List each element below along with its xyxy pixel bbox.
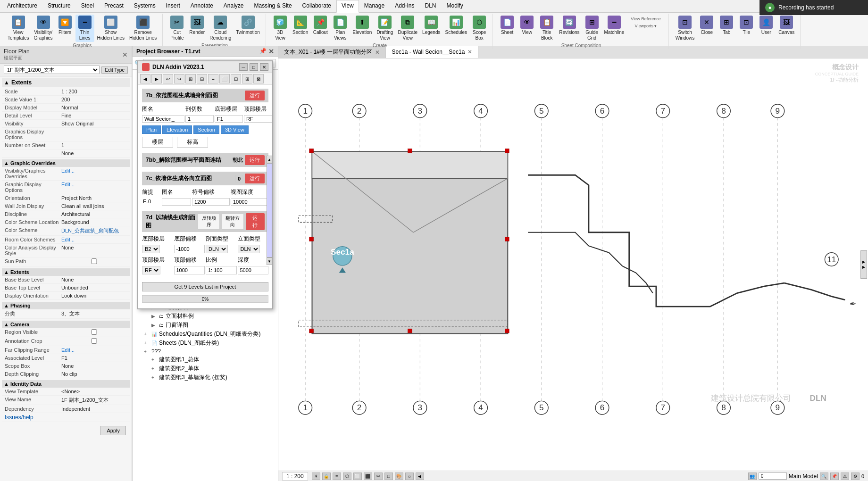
filters-button[interactable]: 🔽 Filters	[56, 15, 75, 36]
legends-button[interactable]: 📖 Legends	[420, 15, 442, 36]
callout-button[interactable]: 📌 Callout	[311, 15, 330, 36]
dln-7d-scale-input[interactable]	[206, 266, 237, 274]
schedules-button[interactable]: 📊 Schedules	[443, 15, 469, 36]
dln-7d-depth-input[interactable]	[238, 266, 269, 274]
canvas-button[interactable]: 🖼 Canvas	[776, 15, 796, 36]
sun-icon[interactable]: ☀	[312, 473, 320, 480]
thin-lines-button[interactable]: ━ ThinLines	[75, 15, 94, 42]
issues-help-link[interactable]: Issues/help	[5, 414, 33, 421]
dln-7d-elevation-type-select[interactable]: DLN	[238, 245, 260, 253]
panel-close-btn[interactable]: ✕	[122, 51, 128, 58]
plan-views-button[interactable]: 📄 PlanViews	[331, 15, 350, 42]
dln-7d-section-type-select[interactable]: DLN	[206, 245, 228, 253]
tab-analyze[interactable]: Analyze	[218, 0, 249, 12]
dln-toolbar-btn-3[interactable]: ↩	[163, 74, 173, 83]
tab-structure[interactable]: Structure	[42, 0, 76, 12]
dln-close-btn[interactable]: ✕	[260, 63, 268, 71]
dln-title-bar[interactable]: DLN Addin V2023.1 ─ □ ✕	[138, 61, 272, 73]
dln-7c-run-btn[interactable]: 运行	[245, 174, 265, 183]
dln-scroll-thumb[interactable]	[267, 163, 272, 257]
tab-insert[interactable]: Insert	[161, 0, 185, 12]
dln-7d-bottom-level-select[interactable]: B2	[142, 245, 160, 253]
sheet-button[interactable]: 📄 Sheet	[498, 15, 517, 36]
dln-toolbar-btn-8[interactable]: ⬜	[219, 74, 230, 83]
tree-item-sheet3[interactable]: + 建筑图纸3_幕墙深化 (摆奖)	[134, 373, 276, 382]
switch-windows-button[interactable]: ⊡ SwitchWindows	[674, 15, 697, 42]
dln-7d-top-level-select[interactable]: RF	[142, 266, 160, 274]
view-templates-button[interactable]: 📋 ViewTemplates	[6, 15, 31, 42]
tab-button[interactable]: ⊞ Tab	[717, 15, 736, 36]
dln-7d-run-btn[interactable]: 运行	[246, 213, 265, 230]
dln-section-btn[interactable]: Section	[193, 125, 219, 134]
tree-item-sheets[interactable]: + 📄 Sheets (DLN_图纸分类)	[134, 339, 276, 348]
dln-toolbar-btn-9[interactable]: ⊡	[231, 74, 241, 83]
scope-box-button[interactable]: ⬡ ScopeBox	[470, 15, 489, 42]
section-button[interactable]: 📐 Section	[291, 15, 310, 36]
revisions-button[interactable]: 🔄 Revisions	[557, 15, 581, 36]
tile-button[interactable]: ⊡ Tile	[737, 15, 756, 36]
tab-manage[interactable]: Manage	[359, 0, 390, 12]
render-mode-icon[interactable]: 🎨	[395, 473, 403, 480]
dln-scroll-up-btn[interactable]: ▲	[267, 156, 272, 163]
hide-lines-icon[interactable]: ⬜	[353, 473, 362, 480]
guide-grid-button[interactable]: ⊞ GuideGrid	[583, 15, 601, 42]
user-button[interactable]: 👤 User	[757, 15, 776, 36]
identity-data-header[interactable]: ▲ Identity Data	[2, 380, 130, 388]
dln-toolbar-btn-1[interactable]: ◀	[140, 74, 150, 83]
detail-level-icon[interactable]: ≡	[333, 473, 341, 480]
dln-toolbar-btn-10[interactable]: ⊞	[242, 74, 252, 83]
view-tab-2-close[interactable]: ✕	[467, 49, 472, 55]
dln-7c-name-input[interactable]	[162, 198, 191, 206]
dln-maximize-btn[interactable]: □	[250, 63, 258, 71]
status-settings-icon[interactable]: ⚙	[851, 473, 860, 480]
region-visible-checkbox[interactable]	[61, 329, 127, 335]
dln-7b-bottom-level-input[interactable]	[215, 115, 243, 123]
tree-item-schedules[interactable]: + 📊 Schedules/Quantities (DLN_明细表分类)	[134, 330, 276, 339]
drafting-view-button[interactable]: 📝 DraftingView	[375, 15, 395, 42]
tab-collaborate[interactable]: Collaborate	[297, 0, 336, 12]
tab-architecture[interactable]: Architecture	[2, 0, 42, 12]
apply-button[interactable]: Apply	[100, 426, 126, 435]
dln-7d-top-offset-input[interactable]	[174, 266, 205, 274]
close-button[interactable]: ✕ Close	[697, 15, 716, 36]
section-box-icon[interactable]: □	[384, 473, 393, 480]
matchline-button[interactable]: ━ Matchline	[602, 15, 626, 36]
elevation-button[interactable]: ⬆ Elevation	[351, 15, 374, 36]
dln-7d-bottom-offset-input[interactable]	[174, 245, 205, 253]
phasing-header[interactable]: ▲ Phasing	[2, 302, 130, 309]
visual-style-icon[interactable]: ⬡	[343, 473, 351, 480]
view-selector-dropdown[interactable]: 1F 副本_1/200_文本	[4, 66, 100, 74]
crop-icon[interactable]: ✂	[374, 473, 383, 480]
tab-steel[interactable]: Steel	[76, 0, 99, 12]
annotation-crop-checkbox[interactable]	[61, 338, 127, 344]
dln-toolbar-btn-11[interactable]: ⊠	[253, 74, 264, 83]
status-warning-icon[interactable]: ⚠	[841, 473, 849, 480]
dln-7d-reverse-btn[interactable]: 反转顺序	[198, 214, 220, 230]
dln-toolbar-btn-4[interactable]: ↪	[174, 74, 184, 83]
show-hidden-lines-button[interactable]: ⬜ ShowHidden Lines	[95, 15, 126, 42]
dln-7c-depth-input[interactable]	[231, 198, 268, 206]
browser-close-btn[interactable]: ✕	[268, 48, 274, 55]
tab-addins[interactable]: Add-Ins	[390, 0, 419, 12]
dln-toolbar-btn-7[interactable]: =	[208, 74, 218, 83]
status-scale[interactable]: 1 : 200	[282, 472, 308, 481]
tree-item-sheet1[interactable]: + 建筑图纸1_总体	[134, 355, 276, 364]
title-block-button[interactable]: 📋 TitleBlock	[537, 15, 556, 42]
shadow-icon[interactable]: ⬛	[364, 473, 372, 480]
visibility-graphics-button[interactable]: 👁 Visibility/Graphics	[32, 15, 55, 42]
cut-profile-button[interactable]: ✂ CutProfile	[167, 15, 186, 42]
twinmotion-button[interactable]: 🔗 Twinmotion	[234, 15, 262, 36]
dln-scroll-down-btn[interactable]: ▼	[267, 257, 272, 265]
view-reference-button[interactable]: View Reference	[629, 16, 662, 22]
duplicate-view-button[interactable]: ⧉ DuplicateView	[396, 15, 419, 42]
tab-dln[interactable]: DLN	[420, 0, 442, 12]
render-button[interactable]: 🖼 Render	[187, 15, 207, 36]
dln-3dview-btn[interactable]: 3D View	[221, 125, 249, 134]
edit-type-button[interactable]: Edit Type	[101, 66, 128, 74]
chevron-left-icon[interactable]: ◀	[416, 473, 424, 480]
dln-7c-offset-input[interactable]	[192, 198, 230, 206]
tab-precast[interactable]: Precast	[99, 0, 129, 12]
tab-annotate[interactable]: Annotate	[185, 0, 218, 12]
extents-section-header[interactable]: ▲ Extents	[2, 78, 130, 87]
remove-hidden-lines-button[interactable]: ⬛ RemoveHidden Lines	[127, 15, 159, 42]
